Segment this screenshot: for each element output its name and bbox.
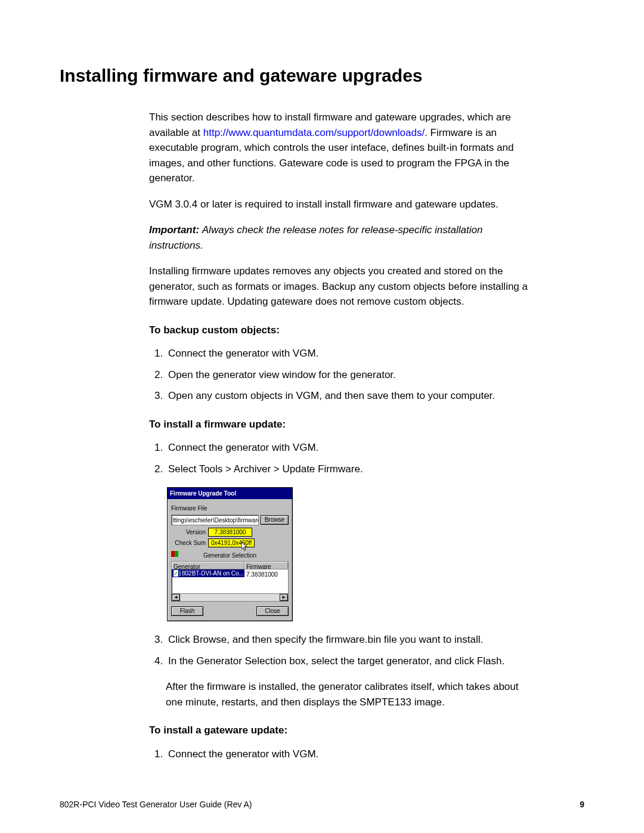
scroll-left-button[interactable]: ◄ bbox=[172, 594, 180, 601]
gateware-steps: Connect the generator with VGM. bbox=[149, 747, 531, 762]
gateware-heading: To install a gateware update: bbox=[149, 723, 531, 738]
device-icon bbox=[179, 571, 181, 576]
cell-generator: ✓ 802BT-DVI-AN on Co... bbox=[172, 569, 244, 577]
cell-firmware: 7.38381000 bbox=[244, 569, 288, 577]
document-page: Installing firmware and gateware upgrade… bbox=[0, 0, 644, 833]
firmware-file-label: Firmware File bbox=[171, 504, 289, 513]
scroll-track[interactable] bbox=[180, 594, 280, 601]
dialog-body: Firmware File ttings\eschieler\Desktop\f… bbox=[168, 499, 292, 621]
list-item: Select Tools > Archiver > Update Firmwar… bbox=[166, 462, 531, 477]
important-note: Important: Always check the release note… bbox=[149, 222, 531, 253]
check-icon: ✓ bbox=[174, 570, 178, 577]
list-item: In the Generator Selection box, select t… bbox=[166, 654, 531, 669]
browse-button[interactable]: Browse bbox=[261, 515, 289, 525]
version-value: 7.38381000 bbox=[208, 528, 252, 537]
generator-selection-label: Generator Selection bbox=[171, 551, 289, 560]
backup-steps: Connect the generator with VGM. Open the… bbox=[149, 346, 531, 404]
col-generator[interactable]: Generator bbox=[172, 562, 244, 569]
generator-selection-text: Generator Selection bbox=[203, 552, 256, 559]
downloads-link[interactable]: http://www.quantumdata.com/support/downl… bbox=[203, 127, 425, 138]
flash-button[interactable]: Flash bbox=[171, 606, 203, 616]
requirement-paragraph: VGM 3.0.4 or later is required to instal… bbox=[149, 197, 531, 212]
checksum-value: 0x4191,0x460ff bbox=[208, 538, 255, 547]
list-item: Connect the generator with VGM. bbox=[166, 747, 531, 762]
grid-header: Generator Firmware bbox=[172, 562, 288, 569]
firmware-steps: Connect the generator with VGM. Select T… bbox=[149, 440, 531, 476]
version-label: Version bbox=[171, 528, 208, 537]
close-button[interactable]: Close bbox=[256, 606, 289, 616]
intro-paragraph: This section describes how to install fi… bbox=[149, 110, 531, 186]
checksum-label: Check Sum bbox=[171, 538, 208, 547]
removal-paragraph: Installing firmware updates removes any … bbox=[149, 264, 531, 309]
generator-selection-icon bbox=[171, 551, 178, 557]
page-footer: 802R-PCI Video Test Generator User Guide… bbox=[60, 800, 584, 809]
firmware-steps-continued: Click Browse, and then specify the firmw… bbox=[149, 632, 531, 668]
list-item: Open the generator view window for the g… bbox=[166, 367, 531, 383]
firmware-file-input[interactable]: ttings\eschieler\Desktop\firmware.bin bbox=[171, 515, 259, 525]
body-column: This section describes how to install fi… bbox=[149, 110, 531, 761]
scroll-right-button[interactable]: ► bbox=[280, 594, 288, 601]
backup-heading: To backup custom objects: bbox=[149, 323, 531, 338]
page-title: Installing firmware and gateware upgrade… bbox=[60, 66, 584, 86]
col-firmware[interactable]: Firmware bbox=[244, 562, 288, 569]
list-item: Connect the generator with VGM. bbox=[166, 440, 531, 456]
table-row[interactable]: ✓ 802BT-DVI-AN on Co... 7.38381000 bbox=[172, 569, 288, 577]
list-item: Open any custom objects in VGM, and then… bbox=[166, 388, 531, 404]
important-label: Important: bbox=[149, 224, 202, 236]
list-item: Click Browse, and then specify the firmw… bbox=[166, 632, 531, 648]
firmware-upgrade-dialog: Firmware Upgrade Tool Firmware File ttin… bbox=[167, 487, 293, 621]
generator-grid[interactable]: Generator Firmware ✓ 802BT-DVI-AN on Co.… bbox=[171, 561, 289, 602]
firmware-after-note: After the firmware is installed, the gen… bbox=[166, 679, 531, 710]
firmware-heading: To install a firmware update: bbox=[149, 417, 531, 432]
dialog-titlebar: Firmware Upgrade Tool bbox=[168, 488, 292, 499]
list-item: Connect the generator with VGM. bbox=[166, 346, 531, 361]
horizontal-scrollbar[interactable]: ◄ ► bbox=[172, 593, 288, 601]
footer-guide-title: 802R-PCI Video Test Generator User Guide… bbox=[60, 800, 252, 809]
cell-generator-text: 802BT-DVI-AN on Co... bbox=[182, 569, 244, 577]
footer-page-number: 9 bbox=[580, 800, 584, 809]
